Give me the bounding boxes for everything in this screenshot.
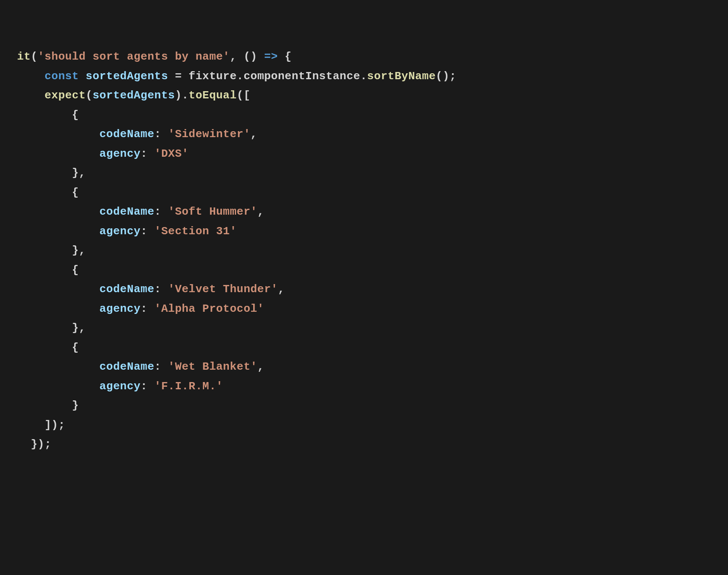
- code-line: agency: 'Alpha Protocol': [17, 302, 264, 315]
- indent: [17, 205, 99, 218]
- string-literal: 'F.I.R.M.': [154, 380, 223, 393]
- indent: [17, 128, 99, 141]
- code-line: agency: 'Section 31': [17, 225, 237, 238]
- indent: [17, 70, 44, 83]
- punct: :: [154, 128, 168, 141]
- punct: .: [182, 89, 189, 102]
- punct: (: [31, 50, 38, 63]
- punct: ,: [278, 283, 285, 296]
- punct: :: [154, 205, 168, 218]
- punct: :: [141, 302, 154, 315]
- punct: {: [72, 341, 79, 354]
- punct: .: [360, 70, 367, 83]
- code-line: it('should sort agents by name', () => {: [17, 50, 292, 63]
- punct: =: [168, 70, 188, 83]
- code-line: {: [17, 109, 79, 121]
- property: codeName: [99, 360, 154, 373]
- fn-call: expect: [44, 89, 86, 102]
- code-line: codeName: 'Velvet Thunder',: [17, 283, 285, 296]
- punct: });: [31, 438, 51, 451]
- code-line: expect(sortedAgents).toEqual([: [17, 89, 251, 102]
- code-line: });: [17, 438, 52, 451]
- punct: },: [72, 167, 86, 179]
- punct: ]);: [44, 419, 65, 431]
- code-line: },: [17, 167, 86, 179]
- string-literal: 'Alpha Protocol': [154, 302, 264, 315]
- sp: [79, 70, 86, 83]
- punct: ): [175, 89, 182, 102]
- punct: }: [72, 399, 79, 412]
- code-line: ]);: [17, 419, 65, 431]
- code-line: const sortedAgents = fixture.componentIn…: [17, 70, 456, 83]
- indent: [17, 109, 72, 121]
- code-line: }: [17, 399, 79, 412]
- punct: .: [237, 70, 243, 83]
- punct: :: [141, 225, 154, 238]
- indent: [17, 438, 31, 451]
- code-line: {: [17, 264, 79, 276]
- indent: [17, 147, 99, 160]
- indent: [17, 341, 72, 354]
- property: agency: [99, 302, 141, 315]
- indent: [17, 399, 72, 412]
- indent: [17, 244, 72, 257]
- property: agency: [99, 225, 141, 238]
- object: fixture: [189, 70, 237, 83]
- punct: {: [72, 264, 79, 276]
- variable: sortedAgents: [86, 70, 168, 83]
- code-line: agency: 'DXS': [17, 147, 189, 160]
- code-block: it('should sort agents by name', () => {…: [17, 47, 711, 454]
- punct: (): [436, 70, 449, 83]
- string-literal: 'Section 31': [154, 225, 237, 238]
- code-line: agency: 'F.I.R.M.': [17, 380, 223, 393]
- punct: :: [141, 380, 154, 393]
- indent: [17, 167, 72, 179]
- code-line: codeName: 'Wet Blanket',: [17, 360, 264, 373]
- punct: ,: [257, 360, 264, 373]
- punct: ;: [450, 70, 456, 83]
- punct: {: [285, 50, 292, 63]
- string-literal: 'Soft Hummer': [168, 205, 257, 218]
- fn-call: it: [17, 50, 31, 63]
- indent: [17, 419, 44, 431]
- property: agency: [99, 147, 141, 160]
- punct: },: [72, 322, 86, 334]
- punct: :: [154, 283, 168, 296]
- property: agency: [99, 380, 141, 393]
- indent: [17, 283, 99, 296]
- punct: {: [72, 109, 79, 121]
- string-literal: 'DXS': [154, 147, 189, 160]
- code-line: },: [17, 244, 86, 257]
- indent: [17, 225, 99, 238]
- indent: [17, 264, 72, 276]
- indent: [17, 302, 99, 315]
- string-literal: 'should sort agents by name': [38, 50, 230, 63]
- punct: ([: [237, 89, 250, 102]
- object: componentInstance: [243, 70, 360, 83]
- code-line: {: [17, 186, 79, 199]
- indent: [17, 89, 44, 102]
- property: codeName: [99, 205, 154, 218]
- punct: ,: [251, 128, 257, 141]
- punct: (): [243, 50, 257, 63]
- property: codeName: [99, 283, 154, 296]
- punct: },: [72, 244, 86, 257]
- string-literal: 'Wet Blanket': [168, 360, 257, 373]
- property: codeName: [99, 128, 154, 141]
- indent: [17, 322, 72, 334]
- fn-call: toEqual: [189, 89, 237, 102]
- punct: :: [154, 360, 168, 373]
- indent: [17, 186, 72, 199]
- punct: ,: [257, 205, 264, 218]
- string-literal: 'Sidewinter': [168, 128, 250, 141]
- variable: sortedAgents: [92, 89, 175, 102]
- arrow: =>: [257, 50, 285, 63]
- string-literal: 'Velvet Thunder': [168, 283, 278, 296]
- punct: {: [72, 186, 79, 199]
- code-line: },: [17, 322, 86, 334]
- punct: (: [86, 89, 92, 102]
- indent: [17, 360, 99, 373]
- keyword: const: [44, 70, 79, 83]
- punct: ,: [230, 50, 243, 63]
- code-line: codeName: 'Soft Hummer',: [17, 205, 264, 218]
